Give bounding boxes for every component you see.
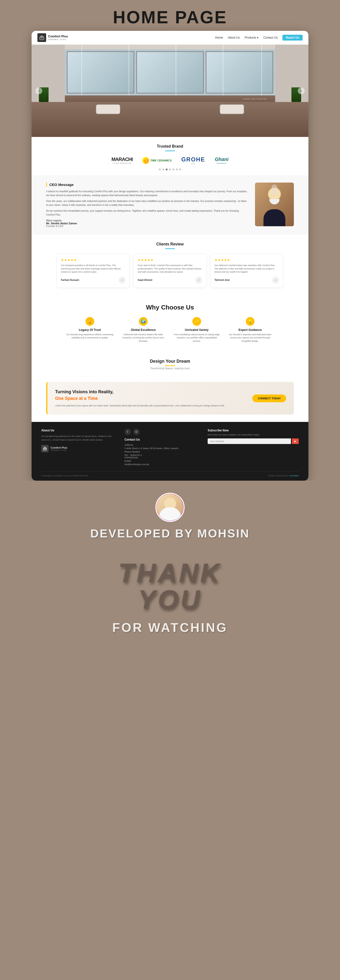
dot-2[interactable] xyxy=(162,169,164,170)
page-title: HOME PAGE xyxy=(0,7,340,27)
why-title-4: Expert Guidance xyxy=(226,328,275,332)
logo-subtitle: CERAMIC TILES xyxy=(48,38,68,41)
subscribe-input[interactable] xyxy=(208,438,291,444)
why-desc-1: Our decade-long experience reflects unwa… xyxy=(65,333,114,340)
facebook-icon[interactable]: f xyxy=(125,429,131,435)
thankyou-text-2: YOU xyxy=(0,586,340,613)
reviewer-3: Tahreem Aziz xyxy=(214,279,230,282)
footer-address-label: Address xyxy=(125,444,201,446)
nav-products[interactable]: Products ▾ xyxy=(244,36,259,39)
dot-1[interactable] xyxy=(159,169,161,170)
subscribe-form: ▶ xyxy=(208,438,299,444)
mirror-3 xyxy=(206,51,273,94)
instagram-icon[interactable]: © xyxy=(133,429,140,435)
why-desc-3: From scintillating natural stones to cut… xyxy=(172,333,221,343)
developer-label: DEVELOPED BY MOHSIN xyxy=(0,527,340,540)
hero-arrow-right[interactable]: › xyxy=(298,88,305,94)
footer-logo-area: Comfort Plus CERAMIC TILES xyxy=(41,445,117,452)
brand-time-ceramics: TIME CERAMICS xyxy=(142,157,171,164)
page-title-section: HOME PAGE xyxy=(0,0,340,31)
vision-heading-2: One Space at a Time xyxy=(55,396,247,401)
thankyou-text: THANK xyxy=(0,560,340,586)
review-text-2: From start to finish, Comfort Plus impre… xyxy=(138,264,202,274)
nav-contact[interactable]: Contact Us xyxy=(263,36,278,39)
review-text-3: Our bathroom transformation was seamless… xyxy=(214,264,279,274)
dot-3[interactable] xyxy=(166,169,168,170)
svg-rect-0 xyxy=(40,37,44,40)
why-us-title: Why Choose Us xyxy=(46,304,294,311)
review-stars-1: ★★★★★ xyxy=(61,258,126,262)
ceo-text: CEO Message I extend my heartfelt gratit… xyxy=(46,183,248,228)
ceo-para-1: I extend my heartfelt gratitude for entr… xyxy=(46,189,248,197)
footer-about-title: About Us xyxy=(41,429,117,432)
ceo-title: Founder & CEO xyxy=(46,225,248,228)
ceo-name: Mr. Sheikh Abdul Zaheer xyxy=(46,222,248,225)
reviews-section: Clients Review ★★★★★ Our backyard paradi… xyxy=(32,235,308,295)
footer-logo-icon xyxy=(41,445,49,452)
why-icon-1: 🏆 xyxy=(86,317,94,326)
hero-counter xyxy=(32,102,308,137)
hero-tagline: seamless with Comfort Plus xyxy=(243,98,267,100)
why-icon-4: 💡 xyxy=(246,317,254,326)
mirror-2 xyxy=(136,51,204,94)
ceo-para-2: Over the years, our collaboration with e… xyxy=(46,199,248,207)
why-desc-2: Partnered with industry leaders like M&S… xyxy=(119,333,168,343)
nav-cta-button[interactable]: Reach Us xyxy=(283,35,303,41)
review-icon-3: ✓ xyxy=(272,277,279,283)
why-item-4: 💡 Expert Guidance Our founder's expertis… xyxy=(226,317,275,343)
dot-7[interactable] xyxy=(179,169,181,170)
dev-shirt xyxy=(159,508,181,521)
footer-logo-sub: CERAMIC TILES xyxy=(51,449,67,451)
logo-icon xyxy=(37,33,46,42)
ceo-body xyxy=(263,209,285,226)
dot-4[interactable] xyxy=(169,169,171,170)
nav-about[interactable]: About Us xyxy=(228,36,240,39)
ceo-section: CEO Message I extend my heartfelt gratit… xyxy=(32,175,308,235)
for-watching-label: FOR WATCHING xyxy=(0,620,340,635)
nav-links: Home About Us Products ▾ Contact Us Reac… xyxy=(215,35,303,41)
subscribe-sub: Don't miss our future updates! Get Subsc… xyxy=(208,434,299,436)
sink-row xyxy=(32,104,308,114)
footer-subscribe-col: Subscribe Now Don't miss our future upda… xyxy=(208,429,299,466)
reviews-title: Clients Review xyxy=(41,242,299,247)
ceo-beard xyxy=(269,199,279,204)
nav-home[interactable]: Home xyxy=(215,36,223,39)
review-text-1: Our backyard paradise is all thanks to C… xyxy=(61,264,126,274)
dot-5[interactable] xyxy=(172,169,174,170)
vision-desc: Unlock the potential of your space with … xyxy=(55,404,247,407)
why-icon-2: 🌍 xyxy=(139,317,148,326)
sink-1 xyxy=(96,104,120,114)
connect-button[interactable]: CONNECT TODAY xyxy=(252,395,286,402)
footer-contact-col: f © Contact Us Address F-40/B, Block 4, … xyxy=(125,429,201,466)
ceo-section-title: CEO Message xyxy=(46,183,248,187)
footer-email-label: E-Mail xyxy=(125,460,201,462)
design-title: Design Your Dream xyxy=(46,359,294,364)
review-stars-3: ★★★★★ xyxy=(214,258,279,262)
brand-marachi: MARACHI TILES ADHESIVE xyxy=(112,157,132,164)
logo-name: Comfort Plus xyxy=(48,35,68,38)
subscribe-button[interactable]: ▶ xyxy=(292,438,299,444)
footer-logo: Comfort Plus CERAMIC TILES xyxy=(41,445,117,452)
design-section: Design Your Dream Transforming Spaces, I… xyxy=(32,352,308,382)
why-item-1: 🏆 Legacy Of Trust Our decade-long experi… xyxy=(65,317,114,343)
why-title-1: Legacy Of Trust xyxy=(65,328,114,332)
trusted-brand-section: Trusted Brand MARACHI TILES ADHESIVE TIM… xyxy=(32,137,308,175)
footer-designed-by: Design & Developed by: GrowMatic xyxy=(268,474,299,477)
footer: About Us Our decade-long experience in t… xyxy=(32,422,308,480)
vision-text: Turning Visions into Reality, One Space … xyxy=(55,389,247,407)
review-card-1: ★★★★★ Our backyard paradise is all thank… xyxy=(57,254,130,288)
brand-logos: MARACHI TILES ADHESIVE TIME CERAMICS GRO… xyxy=(41,156,299,165)
why-icon-3: ✨ xyxy=(192,317,201,326)
footer-logo-text: Comfort Plus xyxy=(51,446,67,449)
reviewer-2: Saad Ahmed xyxy=(138,279,152,282)
why-grid: 🏆 Legacy Of Trust Our decade-long experi… xyxy=(46,317,294,343)
footer-phone-value: 021 - 35363761-403344565166 xyxy=(125,454,201,459)
browser-frame: Comfort Plus CERAMIC TILES Home About Us… xyxy=(32,31,308,480)
footer-dev-name: GrowMatic xyxy=(289,474,299,477)
sink-2 xyxy=(220,104,244,114)
hero-section: seamless with Comfort Plus ‹ › xyxy=(32,45,308,137)
dot-6[interactable] xyxy=(176,169,178,170)
trusted-brand-title: Trusted Brand xyxy=(41,144,299,149)
svg-marker-4 xyxy=(43,447,46,449)
hero-arrow-left[interactable]: ‹ xyxy=(35,88,42,94)
